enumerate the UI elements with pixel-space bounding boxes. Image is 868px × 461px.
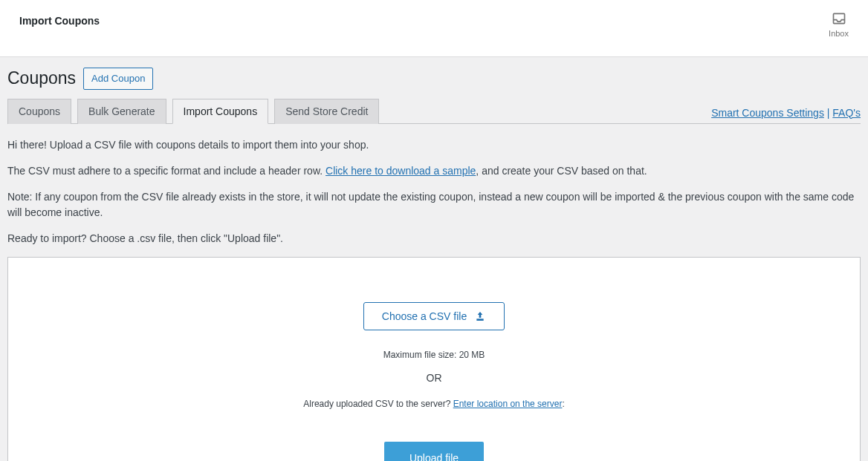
inbox-label: Inbox [829, 29, 849, 38]
intro-p2-prefix: The CSV must adhere to a specific format… [7, 165, 326, 177]
intro-p2: The CSV must adhere to a specific format… [7, 163, 861, 179]
tab-bulk-generate[interactable]: Bulk Generate [77, 99, 166, 124]
inbox-button[interactable]: Inbox [829, 11, 849, 38]
already-uploaded-row: Already uploaded CSV to the server? Ente… [23, 399, 845, 409]
content-area: Coupons Add Coupon Coupons Bulk Generate… [0, 57, 868, 461]
smart-coupons-settings-link[interactable]: Smart Coupons Settings [711, 107, 824, 119]
intro-text-block: Hi there! Upload a CSV file with coupons… [7, 124, 861, 246]
page-heading-row: Coupons Add Coupon [7, 63, 861, 99]
intro-p4: Ready to import? Choose a .csv file, the… [7, 231, 861, 246]
tabs-row: Coupons Bulk Generate Import Coupons Sen… [7, 99, 861, 124]
tab-send-store-credit[interactable]: Send Store Credit [274, 99, 379, 124]
inbox-icon [831, 11, 847, 26]
upload-icon [474, 310, 486, 322]
faqs-link[interactable]: FAQ's [832, 107, 861, 119]
upload-panel: Choose a CSV file Maximum file size: 20 … [7, 257, 861, 462]
top-header-bar: Import Coupons Inbox [0, 0, 868, 57]
intro-p1: Hi there! Upload a CSV file with coupons… [7, 137, 861, 153]
upload-file-button[interactable]: Upload file [384, 442, 484, 462]
choose-csv-file-label: Choose a CSV file [382, 310, 467, 322]
settings-links-separator: | [824, 107, 832, 119]
enter-server-location-link[interactable]: Enter location on the server [453, 399, 563, 409]
intro-p2-suffix: , and create your CSV based on that. [476, 165, 647, 177]
settings-links: Smart Coupons Settings | FAQ's [711, 107, 861, 123]
tabs-container: Coupons Bulk Generate Import Coupons Sen… [7, 99, 379, 123]
download-sample-link[interactable]: Click here to download a sample [326, 165, 476, 177]
max-file-size-text: Maximum file size: 20 MB [23, 350, 845, 360]
top-header-title: Import Coupons [19, 11, 100, 27]
already-uploaded-suffix: : [562, 399, 564, 409]
page-title: Coupons [7, 68, 76, 88]
choose-csv-file-button[interactable]: Choose a CSV file [363, 302, 505, 330]
already-uploaded-prefix: Already uploaded CSV to the server? [303, 399, 453, 409]
intro-p3: Note: If any coupon from the CSV file al… [7, 189, 861, 220]
or-separator: OR [23, 372, 845, 384]
add-coupon-button[interactable]: Add Coupon [83, 68, 153, 90]
tab-import-coupons[interactable]: Import Coupons [172, 99, 269, 124]
tab-coupons[interactable]: Coupons [7, 99, 71, 124]
